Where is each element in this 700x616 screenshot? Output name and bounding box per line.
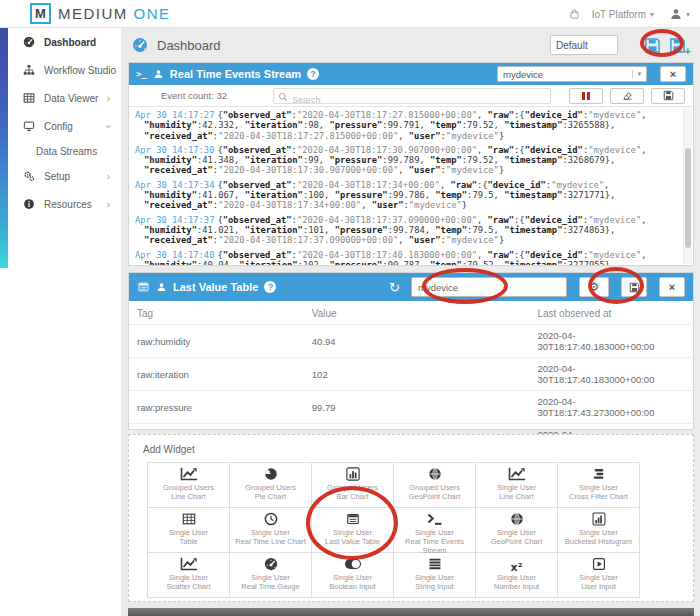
main-content: Dashboard + >_ Real Time Events Stream ?… [122,28,700,616]
next-panel-header-edge [128,608,694,616]
scrollbar-thumb[interactable] [685,148,691,248]
widget-single-user-line-chart[interactable]: Single UserLine Chart [476,463,558,508]
save-icon [644,37,661,54]
panel-title: Last Value Table [173,281,258,293]
log-entry: Apr 30 14:17:34{"observed_at":"2020-04-3… [135,180,675,211]
panel-title: Real Time Events Stream [170,68,301,80]
sitemap-icon [22,64,36,76]
pause-icon [582,92,585,100]
caret-down-icon: ▾ [650,10,654,19]
clear-button[interactable] [610,88,644,104]
log-entry: Apr 30 14:17:27{"observed_at":"2020-04-3… [135,110,675,141]
user-icon [156,282,167,292]
globe-icon [426,467,444,481]
chevron-right-icon: › [107,199,110,210]
user-menu[interactable]: ▾ [670,8,690,20]
logo-mark: M [30,3,51,24]
caret-down-icon: ▾ [632,70,646,78]
pause-button[interactable] [569,88,603,104]
widget-single-user-last-value-table[interactable]: Single UserLast Value Table [312,508,394,553]
platform-selector[interactable]: IoT Platform ▾ [569,8,654,20]
widget-single-user-string-input[interactable]: Single UserString Input [394,553,476,598]
plus-icon: + [685,46,691,56]
search-icon [278,92,288,102]
close-panel-button[interactable]: × [660,66,686,82]
help-icon[interactable]: ? [264,281,276,293]
sidebar-item-setup[interactable]: Setup › [0,162,121,190]
search-input[interactable] [274,93,550,107]
widget-single-user-real-time-events-stream[interactable]: Single UserReal Time Events Stream [394,508,476,553]
globe-icon [508,512,526,526]
gauge-icon [262,557,280,571]
export-button[interactable] [651,88,685,104]
sidebar: Dashboard Workflow Studio Data Viewer › … [0,28,122,616]
line-chart-icon [508,467,526,481]
widget-grouped-users-line-chart[interactable]: Grouped UsersLine Chart [148,463,230,508]
top-bar: M MEDIUM ONE IoT Platform ▾ ▾ [0,0,700,28]
widget-grouped-users-bar-chart[interactable]: Grouped UsersBar Chart [312,463,394,508]
widget-single-user-scatter-chart[interactable]: Single UserScatter Chart [148,553,230,598]
widget-single-user-geopoint-chart[interactable]: Single UserGeoPoint Chart [476,508,558,553]
table-icon [180,512,198,526]
add-widget-panel: Add Widget Grouped UsersLine Chart Group… [128,434,694,602]
pie-chart-icon [262,467,280,481]
widget-single-user-bucketed-histogram[interactable]: Single UserBucketed Histogram [558,508,640,553]
sidebar-item-resources[interactable]: Resources › [0,190,121,218]
sidebar-item-dashboard[interactable]: Dashboard [0,28,121,56]
real-time-events-stream-panel: >_ Real Time Events Stream ? mydevice ▾ … [128,62,694,266]
save-icon [669,37,686,54]
dashboard-name-input[interactable] [550,35,618,55]
toggle-icon [344,557,362,571]
save-dashboard-button[interactable] [644,37,661,54]
caret-down-icon: ▾ [686,10,690,19]
widget-single-user-user-input[interactable]: Single UserUser Input [558,553,640,598]
list-icon [137,281,150,293]
close-panel-button[interactable]: × [659,277,685,297]
sidebar-item-config[interactable]: Config › [0,112,121,140]
event-log[interactable]: Apr 30 14:17:27{"observed_at":"2020-04-3… [129,107,693,265]
user-icon [153,69,164,79]
gears-icon [22,170,36,182]
save-icon [629,282,640,293]
event-count: Event count: 32 [161,90,227,101]
table-row: raw:pressure99.792020-04-30T18:17:43.273… [129,391,693,424]
line-chart-icon [180,467,198,481]
sidebar-item-workflow-studio[interactable]: Workflow Studio [0,56,121,84]
eraser-icon [622,90,633,101]
widget-single-user-real-time-gauge[interactable]: Single UserReal Time Gauge [230,553,312,598]
widget-single-user-cross-filter-chart[interactable]: Single UserCross Filter Chart [558,463,640,508]
medium-one-logo: M MEDIUM ONE [30,3,171,24]
table-row: raw:iteration1022020-04-30T18:17:40.1830… [129,358,693,391]
widget-single-user-number-input[interactable]: x²Single UserNumber Input [476,553,558,598]
refresh-icon[interactable]: ↻ [389,281,400,294]
log-entry: Apr 30 14:17:30{"observed_at":"2020-04-3… [135,145,675,176]
widget-grouped-users-pie-chart[interactable]: Grouped UsersPie Chart [230,463,312,508]
monitor-icon [22,120,36,132]
widget-grid: Grouped UsersLine Chart Grouped UsersPie… [147,462,641,598]
device-select[interactable]: mydevice ▾ [497,66,647,82]
last-value-table-panel: Last Value Table ? ↻ ⚙ × Tag Value Last … [128,272,694,430]
help-icon[interactable]: ? [307,68,319,80]
widget-single-user-real-time-line-chart[interactable]: Single UserReal Time Line Chart [230,508,312,553]
widget-single-user-table[interactable]: Single UserTable [148,508,230,553]
page-title: Dashboard [157,38,221,53]
sidebar-item-data-viewer[interactable]: Data Viewer › [0,84,121,112]
sidebar-item-data-streams[interactable]: Data Streams [0,140,121,162]
bar-chart-icon [344,467,362,481]
add-dashboard-button[interactable]: + [669,37,686,54]
save-icon [663,90,674,101]
widget-grouped-users-geopoint-chart[interactable]: Grouped UsersGeoPoint Chart [394,463,476,508]
export-button[interactable] [621,277,647,297]
text-lines-icon [426,557,444,571]
play-box-icon [590,557,608,571]
add-widget-title: Add Widget [129,435,693,455]
column-header-last-observed: Last observed at [529,301,693,325]
settings-button[interactable]: ⚙ [579,277,609,297]
widget-single-user-boolean-input[interactable]: Single UserBoolean Input [312,553,394,598]
dashboard-gauge-icon [22,36,36,48]
platform-icon [569,8,580,20]
scrollbar-track[interactable] [683,108,692,264]
chevron-right-icon: › [107,171,110,182]
device-input[interactable] [411,277,567,297]
scatter-chart-icon [180,557,198,571]
